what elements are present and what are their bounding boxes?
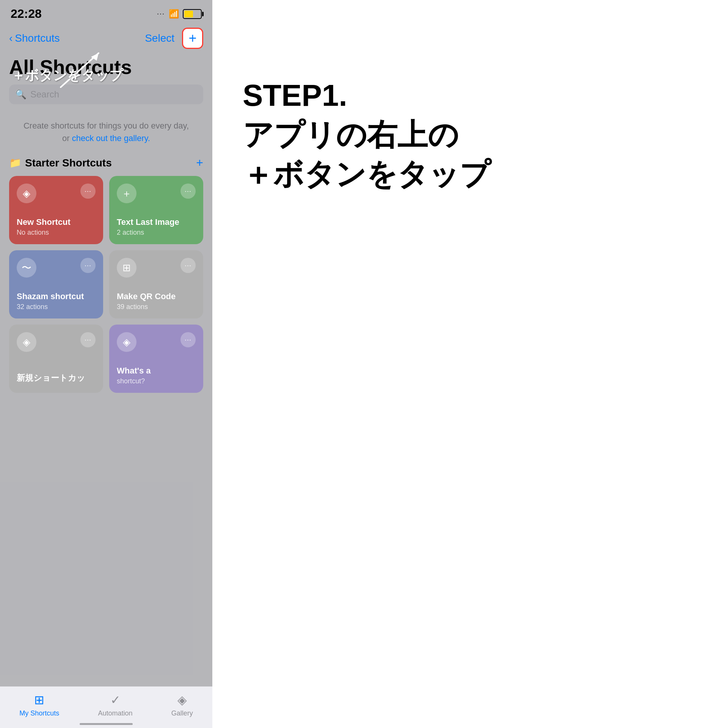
card-bottom: What's a shortcut? (117, 366, 196, 385)
instruction-line2: ＋ボタンをタップ (243, 155, 698, 194)
annotation-area: ＋ボタンをタップ (11, 66, 123, 85)
card-top: ⊞ ··· (117, 258, 196, 278)
shortcut-name: Shazam shortcut (17, 292, 96, 301)
shortcut-actions: 39 actions (117, 303, 196, 311)
shortcut-name: Text Last Image (117, 217, 196, 227)
home-indicator (80, 723, 133, 725)
card-bottom: Shazam shortcut 32 actions (17, 292, 96, 311)
back-button[interactable]: ‹ Shortcuts (9, 32, 60, 44)
my-shortcuts-icon: ⊞ (34, 693, 44, 707)
tab-automation[interactable]: ✓ Automation (98, 693, 132, 717)
shortcut-actions: shortcut? (117, 377, 196, 385)
shortcut-card-new-jp[interactable]: ◈ ··· 新規ショートカッ (9, 325, 103, 393)
status-bar: 22:28 ··· 📶 (0, 0, 212, 25)
my-shortcuts-label: My Shortcuts (19, 709, 59, 717)
card-top: ◈ ··· (17, 332, 96, 352)
instruction-line1: アプリの右上の (243, 115, 698, 155)
add-shortcut-button[interactable]: + (182, 28, 203, 49)
shortcut-icon: ◈ (117, 332, 136, 352)
card-more-button[interactable]: ··· (80, 258, 96, 273)
tab-gallery[interactable]: ◈ Gallery (171, 693, 193, 717)
empty-text: Create shortcuts for things you do every… (24, 121, 189, 143)
shortcut-actions: 2 actions (117, 229, 196, 237)
shortcut-card-new[interactable]: ◈ ··· New Shortcut No actions (9, 176, 103, 244)
shortcut-icon: ⊞ (117, 258, 136, 278)
tab-bar: ⊞ My Shortcuts ✓ Automation ◈ Gallery (0, 686, 212, 728)
shortcut-icon: 〜 (17, 258, 36, 278)
section-add-button[interactable]: + (196, 156, 203, 170)
select-button[interactable]: Select (145, 32, 174, 44)
shortcut-name: Make QR Code (117, 292, 196, 301)
back-label: Shortcuts (15, 32, 60, 44)
folder-icon: 📁 (9, 157, 21, 169)
card-more-button[interactable]: ··· (80, 184, 96, 199)
shortcut-name: New Shortcut (17, 217, 96, 227)
section-title: Starter Shortcuts (25, 157, 112, 169)
shortcut-icon: ◈ (17, 332, 36, 352)
status-time: 22:28 (11, 7, 42, 21)
status-icons: ··· 📶 (157, 9, 202, 19)
wifi-icon: 📶 (169, 9, 179, 19)
section-header: 📁 Starter Shortcuts + (9, 156, 203, 170)
card-top: ◈ ··· (117, 332, 196, 352)
card-top: ◈ ··· (17, 184, 96, 203)
card-more-button[interactable]: ··· (80, 332, 96, 347)
card-bottom: 新規ショートカッ (17, 372, 96, 385)
shortcut-card-shazam[interactable]: 〜 ··· Shazam shortcut 32 actions (9, 250, 103, 318)
gallery-label: Gallery (171, 709, 193, 717)
card-top: ＋ ··· (117, 184, 196, 203)
automation-icon: ✓ (110, 693, 121, 707)
card-more-button[interactable]: ··· (180, 332, 196, 347)
shortcut-name: What's a (117, 366, 196, 376)
shortcut-card-whats[interactable]: ◈ ··· What's a shortcut? (109, 325, 203, 393)
search-icon: 🔍 (15, 89, 27, 100)
card-more-button[interactable]: ··· (180, 258, 196, 273)
battery-icon (183, 9, 202, 19)
phone-panel: 22:28 ··· 📶 ‹ Shortcuts Select + ＋ボタンをタッ… (0, 0, 212, 728)
card-bottom: Make QR Code 39 actions (117, 292, 196, 311)
gallery-icon: ◈ (177, 693, 187, 707)
back-chevron-icon: ‹ (9, 32, 13, 44)
card-bottom: New Shortcut No actions (17, 217, 96, 237)
starter-shortcuts-section: 📁 Starter Shortcuts + ◈ ··· New Shortcut… (0, 156, 212, 399)
empty-state: Create shortcuts for things you do every… (0, 112, 212, 156)
battery-fill (184, 11, 193, 17)
shortcut-card-text-last-image[interactable]: ＋ ··· Text Last Image 2 actions (109, 176, 203, 244)
card-bottom: Text Last Image 2 actions (117, 217, 196, 237)
card-more-button[interactable]: ··· (180, 184, 196, 199)
instruction-step: STEP1. (243, 76, 698, 115)
shortcut-actions: 32 actions (17, 303, 96, 311)
signal-icon: ··· (157, 10, 165, 18)
section-header-left: 📁 Starter Shortcuts (9, 157, 112, 169)
plus-icon: + (188, 31, 196, 45)
shortcut-icon: ＋ (117, 184, 136, 203)
card-top: 〜 ··· (17, 258, 96, 278)
shortcut-actions: No actions (17, 229, 96, 237)
automation-label: Automation (98, 709, 132, 717)
gallery-link[interactable]: check out the gallery. (72, 133, 150, 143)
instruction-panel: STEP1. アプリの右上の ＋ボタンをタップ (212, 0, 728, 728)
shortcut-icon: ◈ (17, 184, 36, 203)
tab-my-shortcuts[interactable]: ⊞ My Shortcuts (19, 693, 59, 717)
shortcut-card-qrcode[interactable]: ⊞ ··· Make QR Code 39 actions (109, 250, 203, 318)
annotation-text: ＋ボタンをタップ (11, 67, 123, 83)
shortcuts-grid: ◈ ··· New Shortcut No actions ＋ ··· Text… (9, 176, 203, 393)
shortcut-name: 新規ショートカッ (17, 372, 96, 384)
nav-actions: Select + (145, 28, 203, 49)
